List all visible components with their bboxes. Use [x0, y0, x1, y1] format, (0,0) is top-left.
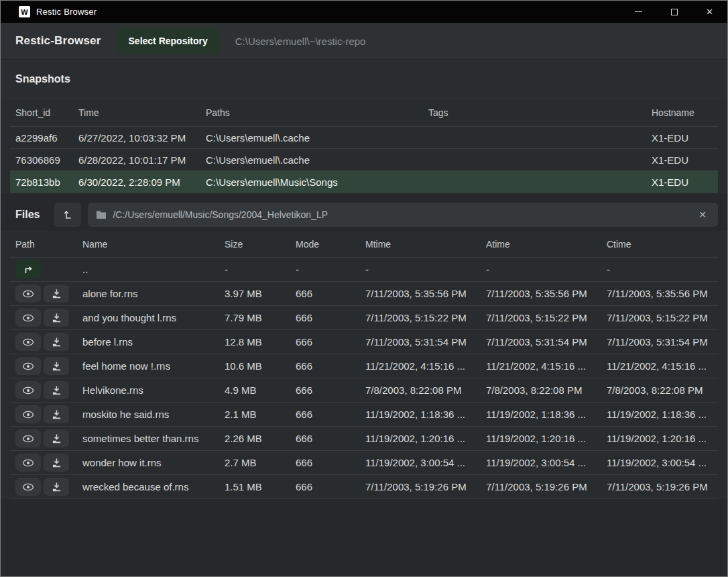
file-ctime: 7/11/2003, 5:31:54 PM [601, 336, 718, 348]
eye-icon [22, 313, 34, 323]
download-icon [52, 458, 62, 468]
minimize-button[interactable] [621, 1, 656, 23]
download-file-button[interactable] [44, 357, 69, 375]
file-ctime: 11/19/2002, 1:20:16 ... [601, 433, 718, 444]
download-icon [52, 288, 62, 299]
file-row[interactable]: wonder how it.rns2.7 MB66611/19/2002, 3:… [10, 451, 718, 475]
preview-file-button[interactable] [15, 429, 41, 448]
row-actions [10, 478, 77, 496]
file-mode: 666 [290, 288, 360, 299]
preview-file-button[interactable] [15, 309, 41, 327]
col-hostname: Hostname [646, 107, 718, 118]
col-paths: Paths [200, 107, 423, 118]
file-row[interactable]: alone for.rns3.97 MB6667/11/2003, 5:35:5… [10, 282, 718, 306]
download-file-button[interactable] [44, 309, 69, 327]
clear-path-button[interactable]: ✕ [695, 207, 710, 222]
row-actions [10, 454, 77, 472]
file-size: 7.79 MB [219, 312, 290, 323]
file-atime: 11/19/2002, 1:18:36 ... [481, 409, 601, 420]
close-button[interactable]: ✕ [692, 1, 727, 23]
col-time: Time [73, 107, 200, 118]
preview-file-button[interactable] [15, 357, 41, 375]
file-row[interactable]: moskito he said.rns2.1 MB66611/19/2002, … [10, 403, 718, 427]
eye-icon [22, 289, 34, 299]
preview-file-button[interactable] [15, 478, 41, 496]
window-title: Restic Browser [36, 7, 97, 17]
download-file-button[interactable] [44, 284, 69, 303]
file-atime: 11/21/2002, 4:15:16 ... [481, 360, 601, 372]
snapshot-short-id: 72b813bb [10, 176, 73, 188]
snapshot-row[interactable]: a2299af6 6/27/2022, 10:03:32 PM C:\Users… [10, 127, 718, 149]
preview-file-button[interactable] [15, 381, 41, 399]
go-to-parent-dir-button[interactable] [54, 203, 81, 227]
file-atime: 7/11/2003, 5:19:26 PM [481, 481, 601, 492]
file-mode: 666 [290, 409, 360, 420]
file-name: Helvikone.rns [77, 384, 219, 396]
download-file-button[interactable] [44, 381, 69, 399]
snapshot-row-selected[interactable]: 72b813bb 6/30/2022, 2:28:09 PM C:\Users\… [10, 171, 718, 193]
file-mode: 666 [290, 360, 360, 372]
current-path-input[interactable]: /C:/Users/emuell/Music/Songs/2004_Helvet… [88, 203, 718, 227]
preview-file-button[interactable] [15, 284, 41, 303]
maximize-icon [671, 9, 678, 15]
snapshots-title: Snapshots [15, 73, 70, 85]
col-mode: Mode [290, 239, 360, 250]
download-file-button[interactable] [44, 478, 69, 496]
maximize-button[interactable] [656, 1, 692, 23]
snapshots-section-header: Snapshots [1, 60, 727, 99]
col-short-id: Short_id [10, 107, 73, 118]
preview-file-button[interactable] [15, 454, 41, 472]
file-mode: 666 [290, 336, 360, 348]
download-file-button[interactable] [44, 333, 69, 351]
file-row[interactable]: before l.rns12.8 MB6667/11/2003, 5:31:54… [10, 330, 718, 354]
file-mode: 666 [290, 433, 360, 444]
files-table: Path Name Size Mode Mtime Atime Ctime ..… [1, 231, 727, 499]
eye-icon [22, 434, 34, 443]
row-actions [10, 309, 77, 327]
file-name: sometimes better than.rns [77, 433, 219, 444]
file-row[interactable]: wrecked because of.rns1.51 MB6667/11/200… [10, 475, 718, 499]
file-atime: 11/19/2002, 3:00:54 ... [481, 457, 601, 468]
preview-file-button[interactable] [15, 405, 41, 423]
file-size: 3.97 MB [219, 288, 290, 299]
col-mtime: Mtime [360, 239, 481, 250]
file-row[interactable]: feel home now !.rns10.6 MB66611/21/2002,… [10, 354, 718, 378]
file-mtime: 7/11/2003, 5:31:54 PM [360, 336, 481, 348]
minimize-icon [635, 11, 642, 12]
file-row[interactable]: and you thought l.rns7.79 MB6667/11/2003… [10, 306, 718, 330]
snapshot-time: 6/28/2022, 10:01:17 PM [73, 154, 200, 166]
file-row[interactable]: sometimes better than.rns2.26 MB66611/19… [10, 427, 718, 451]
go-up-button[interactable] [15, 260, 41, 278]
file-ctime: 7/11/2003, 5:19:26 PM [601, 481, 718, 492]
row-actions [10, 357, 77, 375]
preview-file-button[interactable] [15, 333, 41, 351]
snapshot-short-id: a2299af6 [10, 132, 73, 144]
row-actions [10, 405, 77, 423]
download-file-button[interactable] [44, 454, 69, 472]
snapshot-row[interactable]: 76306869 6/28/2022, 10:01:17 PM C:\Users… [10, 149, 718, 171]
eye-icon [22, 386, 34, 395]
select-repository-button[interactable]: Select Repository [116, 28, 221, 54]
file-row[interactable]: Helvikone.rns4.9 MB6667/8/2003, 8:22:08 … [10, 378, 718, 403]
file-size: 10.6 MB [219, 360, 290, 372]
download-file-button[interactable] [44, 405, 69, 423]
download-icon [52, 433, 62, 443]
file-size: - [219, 264, 290, 275]
snapshot-time: 6/30/2022, 2:28:09 PM [73, 176, 200, 188]
file-name: wonder how it.rns [77, 457, 219, 468]
download-file-button[interactable] [44, 429, 69, 448]
file-atime: 11/19/2002, 1:20:16 ... [481, 433, 601, 444]
current-path-value: /C:/Users/emuell/Music/Songs/2004_Helvet… [113, 209, 689, 220]
snapshot-time: 6/27/2022, 10:03:32 PM [73, 132, 200, 144]
parent-dir-icon [62, 209, 73, 220]
parent-dir-row[interactable]: .. - - - - - [10, 258, 718, 282]
file-size: 2.7 MB [219, 457, 290, 468]
file-mode: 666 [290, 312, 360, 323]
file-atime: 7/11/2003, 5:31:54 PM [481, 336, 601, 348]
app-window: W Restic Browser ✕ Restic-Browser Select… [0, 0, 728, 577]
eye-icon [22, 458, 34, 468]
file-atime: 7/11/2003, 5:35:56 PM [481, 288, 601, 299]
app-name: Restic-Browser [15, 34, 101, 48]
row-actions [10, 284, 77, 303]
download-icon [52, 409, 62, 419]
